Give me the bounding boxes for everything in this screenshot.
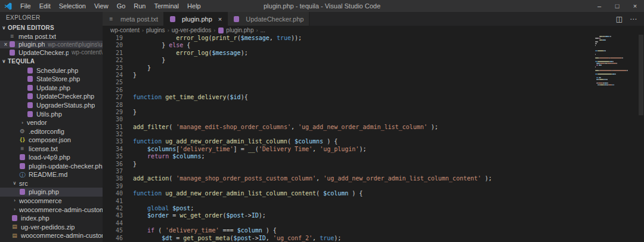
code-line[interactable]: 22 } (103, 57, 644, 64)
line-number[interactable]: 25 (103, 79, 123, 86)
tree-item-ug-ver-pedidos-zip[interactable]: ▤ug-ver-pedidos.zip (0, 222, 103, 231)
code-line[interactable]: 34 $columns['delivery_time'] = __('Deliv… (103, 146, 644, 153)
code-line[interactable]: 33function ug_add_new_order_admin_list_c… (103, 138, 644, 145)
line-number[interactable]: 24 (103, 72, 123, 79)
line-number[interactable]: 33 (103, 138, 123, 145)
menu-edit[interactable]: Edit (35, 0, 55, 12)
line-number[interactable]: 30 (103, 116, 123, 123)
line-number[interactable]: 20 (103, 42, 123, 49)
code-line[interactable]: 40function ug_add_new_order_admin_list_c… (103, 190, 644, 197)
line-number[interactable]: 27 (103, 94, 123, 101)
menu-run[interactable]: Run (129, 0, 150, 12)
tree-item-updatechecker-php[interactable]: UpdateChecker.php (0, 92, 103, 101)
code-line[interactable]: 32 (103, 131, 644, 138)
minimap[interactable] (595, 36, 636, 86)
tree-item-composer-json[interactable]: {}composer.json (0, 136, 103, 145)
code-line[interactable]: 21 error_log($message); (103, 50, 644, 57)
line-number[interactable]: 34 (103, 146, 123, 153)
code-line[interactable]: 20 } else { (103, 42, 644, 49)
line-number[interactable]: 42 (103, 205, 123, 212)
code-line[interactable]: 38add_action( 'manage_shop_order_posts_c… (103, 175, 644, 182)
line-number[interactable]: 36 (103, 161, 123, 168)
more-actions-icon[interactable]: ⋯ (630, 15, 637, 23)
close-icon[interactable]: × (2, 41, 9, 48)
tree-item-plugin-php[interactable]: plugin.php (0, 188, 103, 197)
breadcrumb-item-wp-content[interactable]: wp-content (110, 27, 140, 33)
line-number[interactable]: 37 (103, 168, 123, 175)
line-number[interactable]: 29 (103, 109, 123, 116)
tree-item-upgraderstatus-php[interactable]: UpgraderStatus.php (0, 101, 103, 110)
tree-item-utils-php[interactable]: Utils.php (0, 109, 103, 118)
line-number[interactable]: 23 (103, 65, 123, 72)
line-number[interactable]: 35 (103, 153, 123, 160)
code-line[interactable]: 42 global $post; (103, 205, 644, 212)
minimize-button[interactable]: – (590, 0, 608, 12)
tree-item-update-php[interactable]: Update.php (0, 84, 103, 93)
code-line[interactable]: 46 $dt = get_post_meta($post->ID, 'ug_co… (103, 235, 644, 242)
menu-view[interactable]: View (90, 0, 113, 12)
line-number[interactable]: 32 (103, 131, 123, 138)
code-line[interactable]: 23 } (103, 65, 644, 72)
scrollbar-thumb[interactable] (639, 35, 643, 115)
open-editor-item[interactable]: UpdateChecker.phpwp-content\... (0, 48, 103, 57)
line-number[interactable]: 41 (103, 198, 123, 205)
code-line[interactable]: 31add_filter( 'manage_edit-shop_order_co… (103, 124, 644, 131)
tree-item-scheduler-php[interactable]: Scheduler.php (0, 66, 103, 75)
tab-close-icon[interactable]: × (218, 16, 222, 23)
code-line[interactable]: 43 $order = wc_get_order($post->ID); (103, 212, 644, 219)
code-line[interactable]: 37 (103, 168, 644, 175)
code-line[interactable]: 19 error_log(print_r($message, true)); (103, 35, 644, 42)
code-line[interactable]: 30 (103, 116, 644, 123)
open-editor-item[interactable]: ×plugin.phpwp-content\plugins\ug... (0, 41, 103, 49)
tree-item-license-txt[interactable]: ≡license.txt (0, 144, 103, 153)
line-number[interactable]: 22 (103, 57, 123, 64)
line-number[interactable]: 46 (103, 235, 123, 242)
tree-item-index-php[interactable]: index.php (0, 214, 103, 223)
open-editors-section-header[interactable]: ∨ OPEN EDITORS (0, 23, 103, 32)
breadcrumb-item-plugins[interactable]: plugins (146, 27, 165, 33)
maximize-button[interactable]: □ (608, 0, 626, 12)
code-line[interactable]: 35 return $columns; (103, 153, 644, 160)
folder-section-header[interactable]: ∨ TEQUILA (0, 57, 103, 66)
line-number[interactable]: 31 (103, 124, 123, 131)
tab-plugin-php[interactable]: plugin.php× (164, 12, 228, 26)
tree-item-woocommerce[interactable]: ›woocommerce (0, 197, 103, 206)
menu-terminal[interactable]: Terminal (150, 0, 184, 12)
line-number[interactable]: 45 (103, 227, 123, 234)
code-line[interactable]: 25 (103, 79, 644, 86)
open-editor-item[interactable]: ≡meta post.txt (0, 32, 103, 41)
code-line[interactable]: 29} (103, 109, 644, 116)
tree-item--editorconfig[interactable]: ⚙.editorconfig (0, 127, 103, 136)
tree-item-woocommerce-admin-custom-or-[interactable]: ›woocommerce-admin-custom-or... (0, 205, 103, 214)
tree-item-src[interactable]: ∨src (0, 179, 103, 188)
code-line[interactable]: 26 (103, 87, 644, 94)
tree-item-load-v4p9-php[interactable]: load-v4p9.php (0, 153, 103, 162)
line-number[interactable]: 38 (103, 175, 123, 182)
menu-file[interactable]: File (16, 0, 35, 12)
breadcrumb-item-plugin-php[interactable]: plugin.php (218, 27, 253, 33)
code-line[interactable]: 45 if ( 'delivery_time' === $column ) { (103, 227, 644, 234)
code-line[interactable]: 27function get_time_delivery($id){ (103, 94, 644, 101)
line-number[interactable]: 26 (103, 87, 123, 94)
editor-scrollbar[interactable] (638, 35, 644, 242)
tree-item-vendor[interactable]: ›vendor (0, 118, 103, 127)
line-number[interactable]: 40 (103, 190, 123, 197)
tree-item-plugin-update-checker-php[interactable]: plugin-update-checker.php (0, 162, 103, 171)
line-number[interactable]: 44 (103, 220, 123, 227)
line-number[interactable]: 39 (103, 183, 123, 190)
menu-go[interactable]: Go (113, 0, 130, 12)
line-number[interactable]: 43 (103, 212, 123, 219)
menu-selection[interactable]: Selection (55, 0, 90, 12)
tab-meta-post-txt[interactable]: ≡meta post.txt (103, 12, 164, 26)
code-line[interactable]: 44 (103, 220, 644, 227)
line-number[interactable]: 19 (103, 35, 123, 42)
line-number[interactable]: 21 (103, 50, 123, 57)
code-line[interactable]: 24} (103, 72, 644, 79)
code-line[interactable]: 39 (103, 183, 644, 190)
tab-updatechecker-php[interactable]: UpdateChecker.php (228, 12, 309, 26)
code-line[interactable]: 41 (103, 198, 644, 205)
split-editor-icon[interactable]: ◫ (616, 15, 623, 23)
close-button[interactable]: × (626, 0, 644, 12)
line-number[interactable]: 28 (103, 102, 123, 109)
tree-item-readme-md[interactable]: ⓘREADME.md (0, 170, 103, 179)
